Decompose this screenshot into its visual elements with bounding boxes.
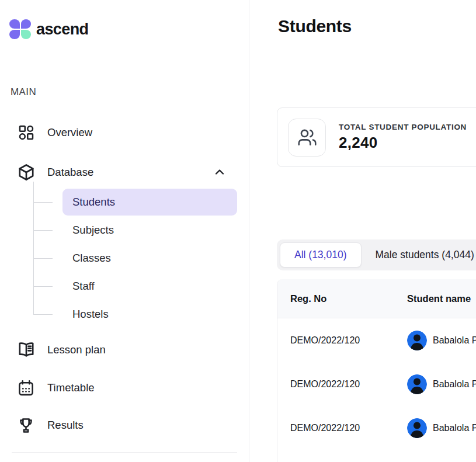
page-title: Students	[278, 16, 352, 36]
sidebar-item-database[interactable]: Database	[16, 158, 238, 186]
sidebar-item-lesson-plan[interactable]: Lesson plan	[16, 336, 238, 364]
reg-no-cell: DEMO/2022/120	[277, 379, 407, 390]
student-avatar	[407, 331, 427, 350]
reg-no-cell: DEMO/2022/120	[277, 423, 407, 433]
stat-label: TOTAL STUDENT POPULATION	[339, 123, 467, 131]
subnav-label: Students	[72, 196, 115, 209]
sidebar-divider	[12, 452, 237, 453]
student-name-cell: Babalola P	[433, 335, 476, 346]
tab-male-students[interactable]: Male students (4,044)	[362, 242, 476, 268]
sidebar: ascend MAIN Overview Database	[0, 0, 249, 462]
sidebar-item-label: Overview	[47, 126, 92, 139]
subnav-label: Hostels	[72, 308, 109, 321]
users-icon	[297, 127, 318, 148]
tab-label: Male students (4,044)	[376, 249, 474, 261]
student-filter-tabs: All (13,010) Male students (4,044)	[277, 239, 476, 270]
stat-value: 2,240	[339, 134, 467, 152]
brand-logo: ascend	[9, 19, 88, 39]
reg-no-cell: DEMO/2022/120	[277, 335, 407, 346]
chevron-up-icon[interactable]	[213, 165, 227, 179]
timetable-calendar-icon	[16, 378, 36, 398]
overview-grid-icon	[16, 123, 36, 143]
total-students-stat-card: TOTAL STUDENT POPULATION 2,240	[277, 107, 476, 167]
subnav-label: Subjects	[72, 224, 114, 237]
sidebar-item-label: Database	[47, 166, 93, 179]
brand-name: ascend	[36, 20, 88, 39]
table-row[interactable]: DEMO/2022/120 Babalola P	[277, 318, 476, 362]
lesson-plan-book-icon	[16, 341, 36, 360]
results-trophy-icon	[16, 416, 36, 435]
sidebar-item-classes[interactable]: Classes	[62, 245, 237, 272]
sidebar-item-results[interactable]: Results	[16, 411, 238, 439]
student-name-cell: Babalola P	[433, 379, 476, 390]
column-header-student-name: Student name	[407, 293, 471, 304]
subnav-label: Classes	[72, 252, 111, 265]
sidebar-item-timetable[interactable]: Timetable	[16, 374, 238, 402]
subnav-label: Staff	[72, 280, 95, 293]
sidebar-item-students[interactable]: Students	[62, 189, 237, 216]
sidebar-item-subjects[interactable]: Subjects	[62, 217, 237, 244]
table-row[interactable]: DEMO/2022/120 Babalola P	[277, 406, 476, 450]
sidebar-item-staff[interactable]: Staff	[62, 273, 237, 300]
students-table: Reg. No Student name DEMO/2022/120 Babal…	[277, 279, 476, 462]
tab-all-students[interactable]: All (13,010)	[280, 242, 362, 268]
sidebar-item-label: Timetable	[47, 381, 95, 394]
student-name-cell: Babalola P	[433, 423, 476, 433]
nav-section-label: MAIN	[11, 86, 36, 98]
main-content: Students TOTAL STUDENT POPULATION 2,240 …	[249, 0, 476, 462]
sidebar-item-overview[interactable]: Overview	[16, 119, 238, 147]
sidebar-item-hostels[interactable]: Hostels	[62, 301, 237, 328]
database-cube-icon	[16, 163, 36, 182]
sidebar-item-label: Results	[47, 419, 84, 432]
table-header-row: Reg. No Student name	[277, 279, 476, 318]
column-header-reg-no: Reg. No	[277, 293, 407, 304]
table-row[interactable]: DEMO/2022/120 Babalola P	[277, 362, 476, 406]
student-avatar	[407, 418, 427, 438]
stat-icon-box	[288, 119, 326, 157]
sidebar-item-label: Lesson plan	[47, 343, 106, 356]
tab-label: All (13,010)	[294, 249, 347, 261]
ascend-logo-icon	[9, 19, 31, 39]
student-avatar	[407, 374, 427, 394]
